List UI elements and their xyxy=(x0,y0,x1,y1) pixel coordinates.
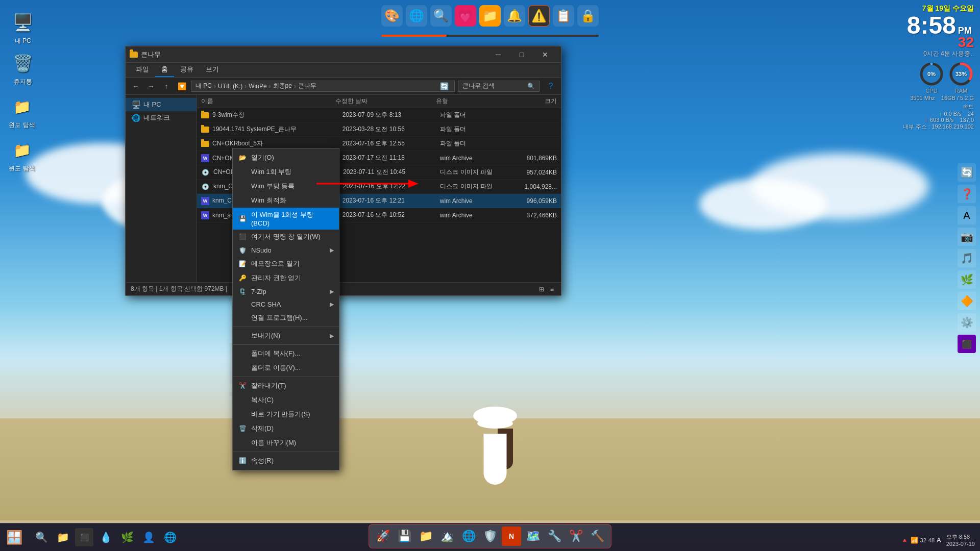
sidebar-icon-7[interactable]: 🔶 xyxy=(958,292,976,310)
desktop-icon-shortcut2[interactable]: 📁 윈도 탐색 xyxy=(4,138,40,173)
ctx-open[interactable]: 📂 열기(O) xyxy=(233,151,339,165)
desktop-icon-my-pc[interactable]: 🖥️ 내 PC xyxy=(5,10,41,45)
col-size-header[interactable]: 크기 xyxy=(503,97,557,106)
top-dock-item-1[interactable]: 🎨 xyxy=(381,5,403,27)
dock-save[interactable]: 💾 xyxy=(395,527,414,546)
dock-torrent[interactable]: 🛡️ xyxy=(480,527,500,546)
tab-file[interactable]: 파일 xyxy=(130,63,155,77)
col-name-header[interactable]: 이름 xyxy=(201,97,335,106)
addr-part-4[interactable]: 큰나무 xyxy=(298,82,316,90)
ctx-shortcut[interactable]: 바로 가기 만들기(S) xyxy=(233,407,339,421)
tab-home[interactable]: 홈 xyxy=(155,63,174,77)
tray-icon-1[interactable]: 🔺 xyxy=(901,537,909,544)
ctx-crc[interactable]: CRC SHA ▶ xyxy=(233,298,339,311)
taskbar-cmd[interactable]: ⬛ xyxy=(75,528,93,546)
help-button[interactable]: ? xyxy=(545,80,557,92)
taskbar-user[interactable]: 👤 xyxy=(139,528,158,546)
search-icon[interactable]: 🔍 xyxy=(527,83,535,90)
taskbar-files[interactable]: 📁 xyxy=(54,528,72,546)
sidebar-icon-5[interactable]: 🎵 xyxy=(958,249,976,267)
file-row-1[interactable]: 19044.1741 SystemPE_큰나무 2023-03-28 오전 10… xyxy=(197,122,561,137)
addr-part-1[interactable]: UTIL (K:) xyxy=(218,83,242,90)
ctx-wim-optimize[interactable]: Wim 최적화 xyxy=(233,193,339,208)
taskbar-search[interactable]: 🔍 xyxy=(32,528,51,546)
top-dock-item-7[interactable]: ⚠️ xyxy=(528,5,550,27)
ctx-notepad[interactable]: 📝 메모장으로 열기 xyxy=(233,257,339,271)
top-dock-item-4[interactable]: 💗 xyxy=(455,5,476,27)
sidebar-icon-4[interactable]: 📷 xyxy=(958,228,976,246)
sidebar-icon-6[interactable]: 🌿 xyxy=(958,270,976,289)
usage-line: 0시간 4분 사용중.. xyxy=(874,49,974,58)
taskbar-ie[interactable]: 🌐 xyxy=(161,528,179,546)
ctx-delete[interactable]: 🗑️ 삭제(D) xyxy=(233,421,339,436)
ctx-copy[interactable]: 복사(C) xyxy=(233,393,339,407)
sidebar-icon-2[interactable]: ❓ xyxy=(958,185,976,203)
ctx-admin[interactable]: 🔑 관리자 권한 얻기 xyxy=(233,271,339,285)
search-box[interactable]: 큰나무 검색 🔍 xyxy=(458,81,540,92)
up-button[interactable]: ↑ xyxy=(160,80,173,92)
tray-wifi[interactable]: 📶 xyxy=(911,537,918,544)
top-dock-item-8[interactable]: 📋 xyxy=(553,5,574,27)
ctx-wim-boot1[interactable]: Wim 1회 부팅 xyxy=(233,165,339,179)
ctx-cmd-here[interactable]: ⬛ 여기서 명령 창 열기(W) xyxy=(233,230,339,244)
sidebar-icon-8[interactable]: ⚙️ xyxy=(958,313,976,332)
ctx-move-folder[interactable]: 폴더로 이동(V)... xyxy=(233,361,339,375)
nav-network[interactable]: 🌐 네트워크 xyxy=(126,111,197,124)
addr-part-0[interactable]: 내 PC xyxy=(195,82,212,90)
taskbar-water[interactable]: 💧 xyxy=(96,528,115,546)
ctx-cut[interactable]: ✂️ 잘라내기(T) xyxy=(233,379,339,393)
dock-hammer[interactable]: 🔨 xyxy=(587,527,607,546)
dock-scissors[interactable]: ✂️ xyxy=(566,527,585,546)
top-dock-item-9[interactable]: 🔒 xyxy=(577,5,599,27)
dock-rocket[interactable]: 🚀 xyxy=(373,527,393,546)
top-dock-item-6[interactable]: 🔔 xyxy=(504,5,525,27)
file-date-0: 2023-07-09 오후 8:13 xyxy=(342,111,440,119)
ctx-rename[interactable]: 이름 바꾸기(M) xyxy=(233,436,339,450)
ctx-7zip[interactable]: 🗜️ 7-Zip ▶ xyxy=(233,285,339,298)
ctx-nsudo[interactable]: 🛡️ NSudo ▶ xyxy=(233,244,339,257)
refresh-button[interactable]: 🔄 xyxy=(438,80,450,92)
file-row-0[interactable]: 9-3wim수정 2023-07-09 오후 8:13 파일 폴더 xyxy=(197,108,561,122)
taskbar-green[interactable]: 🌿 xyxy=(118,528,136,546)
ctx-wim-boot-reg[interactable]: Wim 부팅 등록 xyxy=(233,179,339,193)
close-button[interactable]: ✕ xyxy=(533,47,557,62)
ctx-open-with[interactable]: 연결 프로그램(H)... xyxy=(233,311,339,325)
address-path[interactable]: 내 PC › UTIL (K:) › WinPe › 최종pe › 큰나무 🔄 xyxy=(191,81,455,92)
top-dock-item-5[interactable]: 📁 xyxy=(479,5,501,27)
sidebar-icon-9[interactable]: ⬛ xyxy=(958,335,976,353)
addr-part-2[interactable]: WinPe xyxy=(249,83,266,90)
desktop-icon-recycle[interactable]: 🗑️ 휴지통 xyxy=(5,51,41,86)
ctx-properties[interactable]: ℹ️ 속성(R) xyxy=(233,454,339,468)
ctx-delete-label: 삭제(D) xyxy=(251,424,274,433)
col-date-header[interactable]: 수정한 날짜 xyxy=(335,97,436,106)
nav-my-pc[interactable]: 🖥️ 내 PC xyxy=(126,98,197,111)
tab-view[interactable]: 보기 xyxy=(200,63,225,77)
ctx-wim-bcd[interactable]: 💾 이 Wim을 1회성 부팅(BCD) xyxy=(233,208,339,230)
dock-mountain[interactable]: 🏔️ xyxy=(437,527,457,546)
top-dock-item-3[interactable]: 🔍 xyxy=(430,5,452,27)
minimize-button[interactable]: ─ xyxy=(486,47,510,62)
dock-tools[interactable]: 🔧 xyxy=(545,527,564,546)
dock-folder[interactable]: 📁 xyxy=(416,527,435,546)
tray-a[interactable]: A xyxy=(937,536,941,544)
top-dock-item-2[interactable]: 🌐 xyxy=(406,5,427,27)
dock-notepad[interactable]: N xyxy=(502,527,521,546)
cut-icon: ✂️ xyxy=(238,381,247,390)
addr-part-3[interactable]: 최종pe xyxy=(273,82,292,90)
col-type-header[interactable]: 유형 xyxy=(436,97,503,106)
tab-share[interactable]: 공유 xyxy=(174,63,200,77)
dock-edge[interactable]: 🌐 xyxy=(459,527,478,546)
dock-map[interactable]: 🗺️ xyxy=(523,527,543,546)
view-btn-2[interactable]: ≡ xyxy=(548,285,556,294)
sidebar-icon-1[interactable]: 🔄 xyxy=(958,163,976,182)
desktop-icon-shortcut1[interactable]: 📁 윈도 탐색 xyxy=(4,94,40,130)
sidebar-icon-3[interactable]: A xyxy=(958,206,976,224)
back-button[interactable]: ← xyxy=(130,80,142,92)
forward-button[interactable]: → xyxy=(145,80,157,92)
ctx-send-to[interactable]: 보내기(N) ▶ xyxy=(233,329,339,343)
start-button[interactable]: 🪟 xyxy=(0,528,28,546)
maximize-button[interactable]: □ xyxy=(510,47,533,62)
history-button[interactable]: 🔽 xyxy=(176,80,188,92)
view-btn-1[interactable]: ⊞ xyxy=(537,285,546,294)
ctx-copy-folder[interactable]: 폴더에 복사(F)... xyxy=(233,346,339,361)
